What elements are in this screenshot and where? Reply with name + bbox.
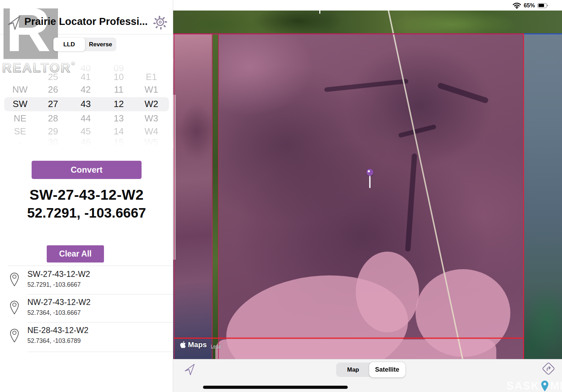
legal-link[interactable]: Legal	[211, 344, 222, 349]
battery-percent: 65%	[524, 2, 535, 9]
saved-location-coords: 52.7364, -103.6789	[27, 337, 81, 345]
map-boundary-gap-left	[212, 34, 213, 359]
map-section-line-red	[174, 338, 523, 339]
satellite-map[interactable]: Maps Legal	[173, 11, 562, 359]
map-toolbar: Map Satellite SASK MLS	[173, 359, 562, 392]
map-creek	[405, 153, 417, 252]
tab-map[interactable]: Map	[336, 363, 370, 377]
attribution-brand: Maps	[188, 340, 207, 349]
picker-row: NW 26 42 11 W1	[0, 82, 173, 97]
sask-mls-watermark: SASK MLS	[507, 380, 562, 392]
blue-pin-icon	[540, 380, 549, 392]
page-title: Prairie Locator Professi...	[21, 16, 151, 27]
marker-highlight-dot	[368, 170, 370, 172]
map-boundary-right	[523, 33, 524, 359]
saved-location-coords: 52.7291, -103.6667	[27, 281, 81, 288]
clear-all-button[interactable]: Clear All	[47, 245, 104, 263]
map-left-parcel-overlay	[173, 34, 213, 359]
map-pin-icon	[9, 300, 19, 316]
lld-picker-wheel[interactable]: 40 09 25 41 10 E1 NW 26 42 11 W1 SW 27 4…	[0, 59, 173, 147]
map-type-segmented-control: Map Satellite	[336, 363, 404, 377]
map-top-tick	[319, 11, 320, 14]
map-pin-icon	[9, 272, 19, 288]
map-field-blob	[215, 339, 496, 359]
tab-reverse[interactable]: Reverse	[85, 38, 117, 51]
picker-row: 25 41 10 E1	[0, 70, 173, 84]
apple-maps-attribution[interactable]: Maps	[180, 340, 207, 349]
map-lake	[524, 34, 562, 359]
apple-logo-icon	[180, 341, 186, 348]
converter-panel: R REALTOR® Prairie Locator Professi... L…	[0, 0, 173, 392]
tab-lld[interactable]: LLD	[53, 38, 85, 51]
map-boundary-left	[174, 34, 175, 359]
result-coordinates: 52.7291, -103.6667	[0, 205, 173, 221]
map-marker-stick	[369, 175, 371, 188]
status-indicators: 65%	[512, 2, 548, 9]
picker-row: NE 28 44 13 W3	[0, 111, 173, 125]
map-road-allowance-strip	[213, 34, 218, 359]
navigation-arrow-icon[interactable]	[184, 363, 195, 377]
list-divider	[27, 294, 173, 294]
map-boundary-top-blue	[524, 33, 562, 34]
wifi-icon	[512, 2, 521, 9]
saved-location-lld: NE-28-43-12-W2	[27, 325, 89, 335]
map-creek	[398, 124, 437, 138]
result-lld: SW-27-43-12-W2	[0, 187, 173, 203]
saved-location-lld: NW-27-43-12-W2	[27, 297, 91, 307]
mode-segmented-control: LLD Reverse	[53, 38, 116, 51]
directions-diamond-icon[interactable]	[542, 362, 555, 375]
map-creek	[437, 82, 489, 104]
list-divider	[27, 352, 173, 352]
list-divider	[27, 322, 173, 323]
battery-icon	[537, 3, 548, 8]
map-boundary-gap-right	[218, 34, 219, 359]
saved-location-lld: SW-27-43-12-W2	[27, 269, 90, 279]
map-section-overlay	[219, 34, 523, 359]
picker-row: - 30 46 15 W5	[0, 135, 173, 149]
map-pin-icon	[9, 328, 19, 344]
map-creek	[324, 79, 409, 92]
navigation-arrow-icon[interactable]	[7, 15, 21, 32]
convert-button[interactable]: Convert	[32, 161, 142, 179]
gear-icon[interactable]	[154, 16, 166, 28]
purple-pin-marker[interactable]	[366, 169, 373, 176]
map-boundary-top-magenta	[173, 33, 524, 34]
tab-satellite[interactable]: Satellite	[369, 362, 405, 377]
home-indicator[interactable]	[203, 386, 348, 389]
saved-location-coords: 52.7364, -103.6667	[27, 309, 81, 317]
picker-row-selected: SW 27 43 12 W2	[0, 97, 173, 111]
list-divider	[8, 266, 173, 266]
map-field-blob	[356, 252, 419, 332]
